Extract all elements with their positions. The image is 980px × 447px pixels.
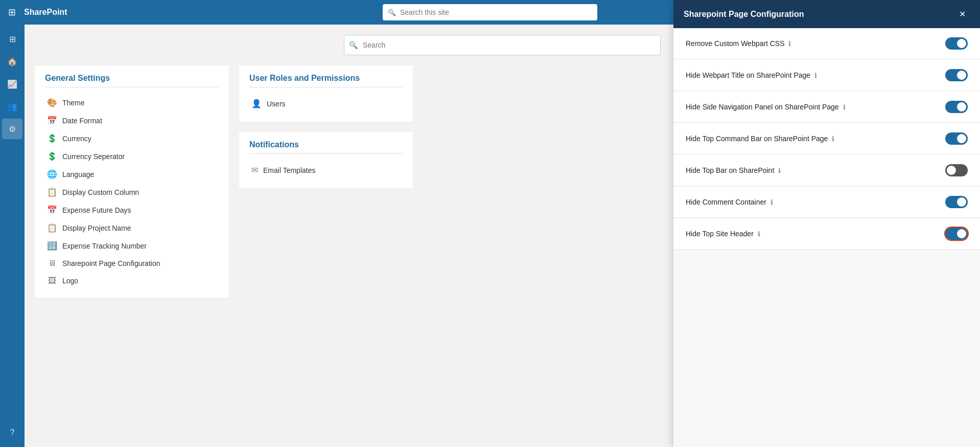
settings-item-sharepoint-page-config[interactable]: 🖥 Sharepoint Page Configuration [45, 255, 219, 272]
sidebar-item-analytics[interactable]: 📈 [2, 74, 22, 94]
email-templates-label: Email Templates [263, 166, 315, 174]
settings-item-currency[interactable]: 💲 Currency [45, 129, 219, 147]
expense-future-days-icon: 📅 [47, 205, 57, 215]
inner-search-input[interactable] [344, 35, 661, 55]
date-format-icon: 📅 [47, 116, 57, 125]
settings-item-language[interactable]: 🌐 Language [45, 165, 219, 183]
currency-label: Currency [62, 135, 91, 143]
sidebar-item-help[interactable]: ? [2, 422, 22, 443]
logo-label: Logo [62, 277, 78, 285]
config-row-hide-side-nav-panel: Hide Side Navigation Panel on SharePoint… [673, 92, 980, 123]
toggle-hide-side-nav-panel[interactable] [945, 101, 968, 113]
display-project-name-label: Display Project Name [62, 224, 131, 232]
expense-tracking-number-label: Expense Tracking Number [62, 242, 147, 250]
currency-separator-icon: 💲 [47, 151, 57, 161]
settings-item-logo[interactable]: 🖼 Logo [45, 272, 219, 289]
top-search-wrap: 🔍 [383, 4, 597, 20]
right-panel-header: Sharepoint Page Configuration ✕ [673, 0, 980, 28]
close-button[interactable]: ✕ [955, 7, 970, 21]
settings-item-date-format[interactable]: 📅 Date Format [45, 111, 219, 129]
theme-icon: 🎨 [47, 98, 57, 107]
language-icon: 🌐 [47, 169, 57, 179]
left-sidebar: ⊞ 🏠 📈 👥 ⚙ ? [0, 25, 25, 447]
config-label-hide-top-site-header: Hide Top Site Header ℹ [686, 230, 760, 238]
waffle-icon[interactable]: ⊞ [8, 7, 16, 18]
user-roles-panel: User Roles and Permissions 👤 Users [239, 65, 413, 122]
general-settings-title: General Settings [45, 74, 219, 87]
theme-label: Theme [62, 99, 85, 107]
info-icon-hide-top-command-bar[interactable]: ℹ [832, 135, 834, 143]
info-icon-remove-custom-webpart-css[interactable]: ℹ [788, 40, 791, 48]
toggle-hide-webpart-title[interactable] [945, 69, 968, 81]
settings-item-display-project-name[interactable]: 📋 Display Project Name [45, 219, 219, 237]
language-label: Language [62, 170, 94, 178]
config-label-hide-top-command-bar: Hide Top Command Bar on SharePoint Page … [686, 135, 834, 143]
email-templates-icon: ✉ [251, 165, 258, 175]
settings-item-theme[interactable]: 🎨 Theme [45, 94, 219, 111]
users-label: Users [267, 100, 286, 108]
config-row-remove-custom-webpart-css: Remove Custom Webpart CSS ℹ [673, 28, 980, 59]
info-icon-hide-top-bar[interactable]: ℹ [778, 167, 781, 174]
config-label-hide-webpart-title: Hide Webpart Title on SharePoint Page ℹ [686, 71, 817, 79]
right-panel: Sharepoint Page Configuration ✕ Remove C… [673, 0, 980, 447]
info-icon-hide-comment-container[interactable]: ℹ [771, 198, 773, 206]
config-label-hide-top-bar: Hide Top Bar on SharePoint ℹ [686, 166, 781, 174]
display-project-name-icon: 📋 [47, 223, 57, 233]
sidebar-item-home[interactable]: 🏠 [2, 51, 22, 72]
inner-search-icon: 🔍 [349, 41, 358, 49]
settings-item-expense-tracking-number[interactable]: 🔢 Expense Tracking Number [45, 237, 219, 255]
info-icon-hide-side-nav-panel[interactable]: ℹ [843, 103, 846, 111]
expense-tracking-number-icon: 🔢 [47, 241, 57, 251]
brand-name: SharePoint [24, 8, 67, 17]
notifications-panel: Notifications ✉ Email Templates [239, 132, 413, 188]
sidebar-item-settings[interactable]: ⚙ [2, 119, 22, 139]
logo-icon: 🖼 [47, 276, 57, 285]
inner-search: 🔍 [344, 35, 661, 55]
toggle-hide-comment-container[interactable] [945, 196, 968, 208]
config-row-hide-top-command-bar: Hide Top Command Bar on SharePoint Page … [673, 123, 980, 154]
settings-item-expense-future-days[interactable]: 📅 Expense Future Days [45, 201, 219, 219]
config-label-remove-custom-webpart-css: Remove Custom Webpart CSS ℹ [686, 39, 791, 48]
currency-separator-label: Currency Seperator [62, 152, 125, 161]
top-search-icon: 🔍 [388, 9, 396, 16]
right-panel-body: Remove Custom Webpart CSS ℹ Hide Webpart… [673, 28, 980, 447]
toggle-hide-top-site-header[interactable] [945, 228, 968, 240]
display-custom-column-icon: 📋 [47, 187, 57, 197]
currency-icon: 💲 [47, 133, 57, 143]
user-roles-title: User Roles and Permissions [249, 74, 403, 87]
settings-item-currency-separator[interactable]: 💲 Currency Seperator [45, 147, 219, 165]
users-icon: 👤 [251, 99, 262, 108]
toggle-hide-top-bar[interactable] [945, 164, 968, 176]
info-icon-hide-top-site-header[interactable]: ℹ [758, 230, 760, 238]
users-item[interactable]: 👤 Users [249, 94, 403, 114]
display-custom-column-label: Display Custom Column [62, 188, 139, 196]
top-search-input[interactable] [383, 4, 597, 20]
date-format-label: Date Format [62, 117, 102, 125]
config-row-hide-webpart-title: Hide Webpart Title on SharePoint Page ℹ [673, 60, 980, 91]
config-label-hide-comment-container: Hide Comment Container ℹ [686, 198, 773, 206]
right-panel-title: Sharepoint Page Configuration [684, 10, 804, 19]
config-row-hide-top-site-header: Hide Top Site Header ℹ [673, 218, 980, 250]
toggle-hide-top-command-bar[interactable] [945, 132, 968, 145]
sidebar-item-users-nav[interactable]: 👥 [2, 96, 22, 117]
sidebar-item-waffle[interactable]: ⊞ [2, 29, 22, 49]
general-settings-panel: General Settings 🎨 Theme 📅 Date Format 💲… [35, 65, 229, 298]
email-templates-item[interactable]: ✉ Email Templates [249, 160, 403, 180]
settings-item-display-custom-column[interactable]: 📋 Display Custom Column [45, 183, 219, 201]
config-row-hide-top-bar: Hide Top Bar on SharePoint ℹ [673, 155, 980, 186]
sharepoint-page-config-label: Sharepoint Page Configuration [62, 259, 160, 267]
config-label-hide-side-nav-panel: Hide Side Navigation Panel on SharePoint… [686, 103, 846, 111]
toggle-remove-custom-webpart-css[interactable] [945, 37, 968, 50]
sharepoint-page-config-icon: 🖥 [47, 259, 57, 268]
expense-future-days-label: Expense Future Days [62, 206, 131, 214]
notifications-title: Notifications [249, 140, 403, 154]
config-row-hide-comment-container: Hide Comment Container ℹ [673, 187, 980, 218]
info-icon-hide-webpart-title[interactable]: ℹ [814, 72, 817, 79]
